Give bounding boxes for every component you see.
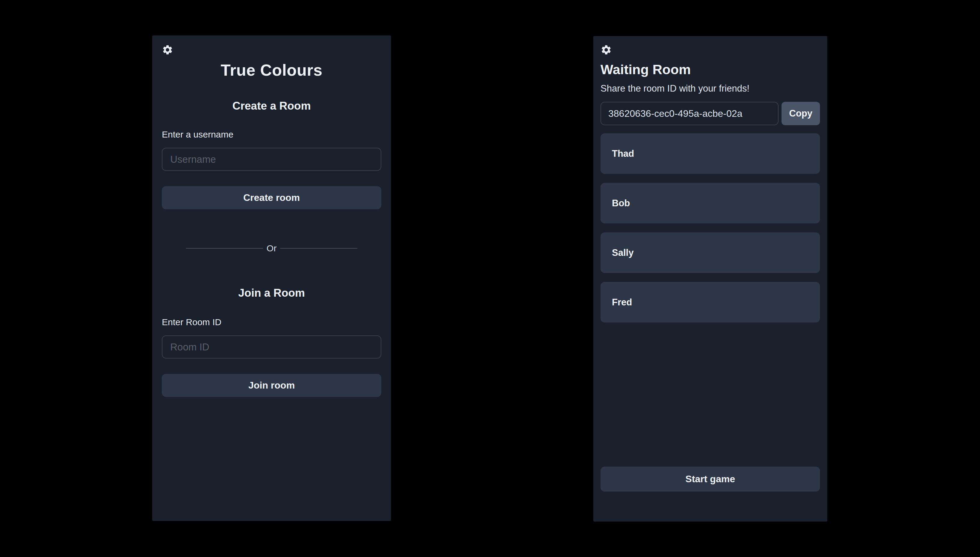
gear-icon — [601, 44, 612, 55]
divider-label: Or — [267, 243, 277, 254]
create-room-button[interactable]: Create room — [162, 186, 381, 209]
divider-line — [280, 248, 357, 249]
join-room-button[interactable]: Join room — [162, 374, 381, 397]
player-name: Sally — [612, 248, 633, 258]
player-name: Bob — [612, 198, 630, 209]
divider: Or — [186, 243, 357, 254]
waiting-room-title: Waiting Room — [601, 61, 820, 78]
share-room-id-text: Share the room ID with your friends! — [601, 83, 820, 94]
room-id-input[interactable] — [162, 336, 381, 358]
room-id-row: Copy — [601, 102, 820, 125]
player-card: Thad — [601, 133, 820, 174]
divider-line — [186, 248, 263, 249]
copy-button[interactable]: Copy — [781, 102, 820, 125]
player-name: Thad — [612, 148, 634, 159]
player-card: Fred — [601, 282, 820, 322]
player-name: Fred — [612, 297, 632, 308]
create-room-heading: Create a Room — [162, 99, 381, 113]
username-input[interactable] — [162, 148, 381, 171]
start-game-button[interactable]: Start game — [601, 467, 820, 492]
app-title: True Colours — [162, 61, 381, 79]
player-list: Thad Bob Sally Fred — [601, 133, 820, 322]
room-id-value-input[interactable] — [601, 102, 778, 125]
username-label: Enter a username — [162, 129, 381, 140]
create-join-panel: True Colours Create a Room Enter a usern… — [152, 36, 391, 521]
join-room-heading: Join a Room — [162, 286, 381, 300]
settings-button[interactable] — [601, 44, 614, 56]
settings-button[interactable] — [162, 44, 175, 56]
player-card: Bob — [601, 183, 820, 223]
player-card: Sally — [601, 233, 820, 273]
gear-icon — [162, 44, 173, 55]
waiting-room-panel: Waiting Room Share the room ID with your… — [593, 36, 827, 521]
room-id-label: Enter Room ID — [162, 317, 381, 327]
